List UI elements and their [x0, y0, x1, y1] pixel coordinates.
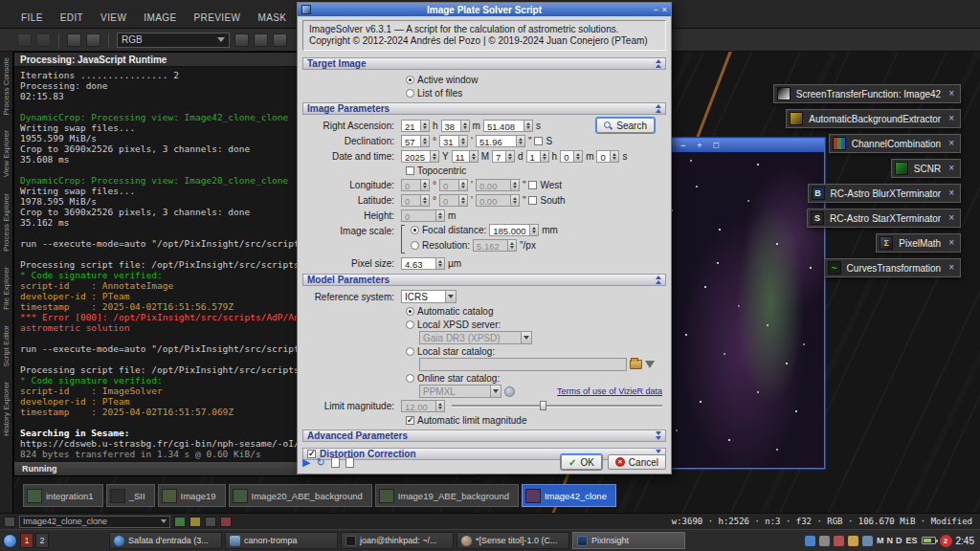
focal-distance-radio[interactable] [411, 226, 419, 234]
spinner-arrows[interactable] [458, 136, 467, 146]
iconize-icon[interactable]: − [680, 142, 685, 150]
tray-icon[interactable] [819, 536, 830, 546]
readout-icon[interactable] [189, 517, 201, 527]
expand-icon[interactable] [656, 431, 661, 440]
close-icon[interactable]: × [948, 139, 954, 148]
spinner-arrows[interactable] [516, 136, 524, 146]
readout-icon[interactable] [174, 517, 186, 527]
workspace-button[interactable]: 2 [35, 533, 49, 548]
west-checkbox[interactable] [528, 181, 537, 189]
year-spinbox[interactable]: 2025 [401, 150, 439, 163]
vizier-server-icon[interactable] [504, 386, 515, 397]
menu-item[interactable]: PREVIEW [194, 12, 241, 23]
view-tab[interactable]: Image42_clone [522, 484, 616, 507]
resolution-radio[interactable] [411, 241, 419, 250]
process-instance-bar[interactable]: S RC-Astro StarXTerminator × [807, 209, 961, 228]
focal-distance-spinbox[interactable]: 185.000 [489, 224, 539, 236]
vizier-terms-link[interactable]: Terms of use of VizieR data [557, 386, 662, 396]
dec-degrees-spinbox[interactable]: 57 [401, 135, 430, 147]
menu-item[interactable]: EDIT [60, 12, 83, 23]
clock[interactable]: 2:45 [956, 536, 974, 546]
south-hemisphere-checkbox[interactable] [528, 196, 537, 205]
hour-spinbox[interactable]: 1 [526, 150, 549, 163]
browse-documentation-icon[interactable] [331, 457, 340, 468]
collapse-icon[interactable] [656, 276, 661, 284]
view-mode-icon[interactable] [4, 517, 15, 527]
dock-tab[interactable]: File Explorer [2, 267, 11, 310]
process-instance-bar[interactable]: Σ PixelMath × [876, 233, 961, 253]
dec-minutes-spinbox[interactable]: 31 [439, 135, 468, 147]
current-view-select[interactable]: Image42_clone_clone [19, 516, 170, 528]
zoom-icon[interactable]: + [697, 142, 702, 150]
pixel-size-spinbox[interactable]: 4.63 [401, 257, 445, 270]
section-target-image[interactable]: Target Image [302, 57, 666, 70]
taskbar-window-button[interactable]: Safata d'entrada (3... [109, 532, 222, 549]
tray-indicator-letter[interactable]: M [877, 536, 884, 545]
tray-icon[interactable] [834, 536, 844, 546]
minute-spinbox[interactable]: 0 [560, 150, 583, 163]
close-icon[interactable]: × [948, 238, 954, 248]
view-tab[interactable]: integration1 [23, 484, 103, 507]
redo-icon[interactable] [36, 33, 51, 47]
shade-icon[interactable]: − [653, 6, 657, 14]
spinner-arrows[interactable] [420, 121, 429, 131]
reset-icon[interactable]: ↻ [316, 457, 324, 468]
dock-tab[interactable]: Process Console [2, 57, 11, 115]
limit-magnitude-slider[interactable] [452, 400, 662, 411]
local-xpsd-radio[interactable] [406, 320, 414, 329]
ok-button[interactable]: ✓ OK [561, 454, 602, 470]
spinner-arrows[interactable] [430, 151, 438, 162]
close-icon[interactable]: × [948, 89, 954, 99]
tray-icon[interactable] [862, 536, 873, 546]
close-icon[interactable]: × [948, 188, 954, 198]
menu-item[interactable]: FILE [21, 12, 43, 23]
process-instance-bar[interactable]: ~ CurvesTransformation × [824, 258, 961, 277]
close-icon[interactable]: × [662, 6, 667, 14]
spinner-arrows[interactable] [460, 121, 469, 131]
dock-tab[interactable]: Process Explorer [2, 193, 11, 252]
ra-seconds-spinbox[interactable]: 51.408 [483, 120, 533, 132]
process-instance-bar[interactable]: AutomaticBackgroundExtractor × [786, 109, 961, 128]
automatic-catalog-radio[interactable] [406, 307, 414, 316]
second-spinbox[interactable]: 0 [596, 150, 619, 163]
readout-icon[interactable] [205, 517, 216, 527]
spinner-arrows[interactable] [420, 136, 429, 146]
dec-seconds-spinbox[interactable]: 51.96 [476, 135, 525, 147]
spinner-arrows[interactable] [573, 151, 582, 162]
taskbar-window-button[interactable]: joan@thinkpad: ~/... [341, 532, 454, 549]
close-icon[interactable]: × [948, 213, 954, 223]
display-channel-select[interactable]: RGB [117, 33, 230, 48]
month-spinbox[interactable]: 11 [452, 150, 479, 163]
browse-folder-icon[interactable] [630, 360, 642, 369]
edit-script-icon[interactable] [345, 457, 354, 468]
menu-item[interactable]: IMAGE [144, 12, 176, 23]
section-image-parameters[interactable]: Image Parameters [302, 102, 666, 115]
tray-icon[interactable] [848, 536, 858, 546]
section-advanced-parameters[interactable]: Advanced Parameters [302, 430, 666, 442]
close-icon[interactable]: × [948, 263, 954, 273]
process-instance-bar[interactable]: ScreenTransferFunction: Image42 × [773, 84, 961, 103]
view-tab[interactable]: _SII [106, 484, 155, 507]
notification-badge[interactable]: 2 [940, 535, 952, 547]
taskbar-window-button[interactable]: *[Sense titol]-1.0 (C... [457, 532, 569, 549]
auto-limit-magnitude-checkbox[interactable] [406, 416, 414, 425]
spinner-arrows[interactable] [610, 151, 618, 162]
zoom-in-icon[interactable] [234, 33, 249, 47]
tray-indicator-letter[interactable]: D [896, 536, 902, 545]
day-spinbox[interactable]: 7 [492, 150, 515, 163]
active-window-radio[interactable] [406, 76, 414, 84]
spinner-arrows[interactable] [540, 151, 548, 162]
spinner-arrows[interactable] [469, 151, 478, 162]
close-icon[interactable]: × [948, 164, 954, 173]
ra-hours-spinbox[interactable]: 21 [401, 120, 430, 132]
restore-icon[interactable]: □ [714, 142, 719, 150]
menu-item[interactable]: VIEW [100, 12, 126, 23]
taskbar-window-button[interactable]: PixInsight [572, 532, 685, 549]
local-star-catalog-radio[interactable] [406, 347, 414, 356]
zoom-out-icon[interactable] [254, 33, 268, 47]
close-icon[interactable]: × [948, 114, 954, 123]
download-catalog-icon[interactable] [645, 361, 655, 368]
battery-icon[interactable] [922, 537, 936, 544]
collapse-icon[interactable] [656, 104, 661, 113]
online-star-catalog-radio[interactable] [406, 374, 414, 383]
